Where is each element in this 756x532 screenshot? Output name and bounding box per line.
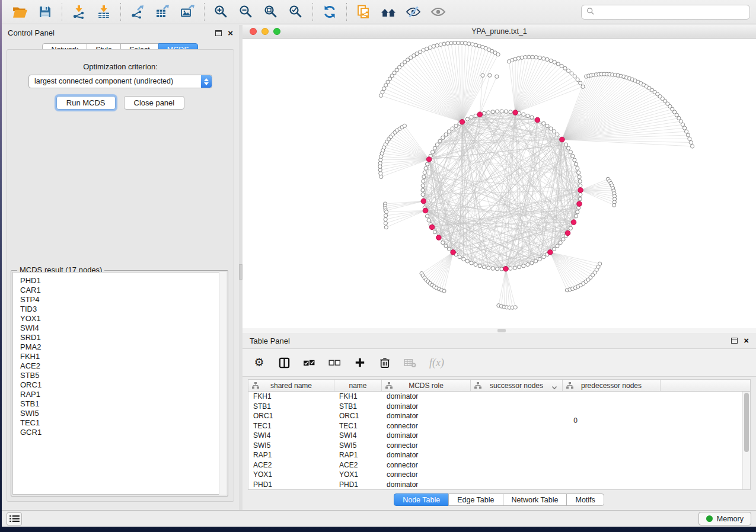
mcds-node-item[interactable]: RAP1 <box>20 390 226 399</box>
task-history-button[interactable] <box>7 512 22 525</box>
tab-network-table[interactable]: Network Table <box>503 493 567 506</box>
mcds-node-item[interactable]: STP4 <box>20 295 226 305</box>
scrollbar-thumb[interactable] <box>744 393 749 452</box>
tab-node-table[interactable]: Node Table <box>394 493 449 506</box>
mcds-node-item[interactable]: STB1 <box>20 399 226 409</box>
column-header-name[interactable]: name <box>334 380 382 391</box>
mcds-list-scrollbar[interactable] <box>219 272 227 495</box>
table-row[interactable]: FKH1FKH1dominator962 <box>248 392 742 402</box>
float-panel-icon[interactable] <box>731 338 738 344</box>
column-header-MCDS-role[interactable]: MCDS role <box>382 380 471 391</box>
close-panel-button[interactable]: Close panel <box>124 96 185 110</box>
refresh-icon[interactable] <box>321 3 339 21</box>
clone-network-icon[interactable] <box>355 3 372 21</box>
criterion-dropdown[interactable]: largest connected component (undirected) <box>28 75 212 88</box>
table-row[interactable]: STB1STB1dominator620 <box>248 402 742 412</box>
column-label: shared name <box>270 382 312 390</box>
export-network-icon[interactable] <box>129 3 146 21</box>
delete-column-icon[interactable] <box>379 357 391 368</box>
run-mcds-button[interactable]: Run MCDS <box>56 96 116 110</box>
column-header-successor-nodes[interactable]: successor nodes <box>471 380 563 391</box>
column-header-predecessor-nodes[interactable]: predecessor nodes <box>563 380 661 391</box>
mcds-node-item[interactable]: ACE2 <box>20 361 226 371</box>
mcds-node-item[interactable]: FKH1 <box>20 352 226 361</box>
cell-shared-name: YOX1 <box>248 470 334 479</box>
export-table-icon[interactable] <box>154 3 171 21</box>
show-columns-icon[interactable] <box>278 357 290 368</box>
mcds-node-item[interactable]: STB5 <box>20 371 226 380</box>
table-settings-icon[interactable]: ⚙ <box>253 357 265 368</box>
mcds-node-item[interactable]: SWI4 <box>20 323 226 333</box>
toolbar-separator <box>62 3 62 21</box>
mcds-node-item[interactable]: GCR1 <box>20 428 226 437</box>
mcds-node-item[interactable]: ORC1 <box>20 380 226 390</box>
first-neighbors-icon[interactable] <box>379 3 397 21</box>
mcds-node-item[interactable]: TID3 <box>20 305 226 314</box>
zoom-selected-icon[interactable] <box>287 3 305 21</box>
tab-motifs[interactable]: Motifs <box>566 493 604 506</box>
zoom-fit-icon[interactable] <box>262 3 280 21</box>
table-body: FKH1FKH1dominator962STB1STB1dominator620… <box>248 392 742 489</box>
mcds-result-list[interactable]: PHD1CAR1STP4TID3YOX1SWI4SRD1PMA2FKH1ACE2… <box>12 272 227 495</box>
select-all-icon[interactable] <box>303 358 315 367</box>
table-panel: Table Panel × ⚙f(x) shared namenameMCDS … <box>243 333 756 510</box>
network-window-titlebar[interactable]: YPA_prune.txt_1 <box>243 25 756 39</box>
close-panel-icon[interactable]: × <box>228 30 233 36</box>
cytoscape-window: Control Panel × NetworkStyleSelectMCDS O… <box>2 0 756 527</box>
mcds-node-item[interactable]: TEC1 <box>20 418 226 428</box>
function-builder-icon: f(x) <box>429 357 444 369</box>
search-input[interactable] <box>598 8 745 16</box>
table-row[interactable]: PHD1PHD1dominator180 <box>248 480 742 490</box>
mcds-node-item[interactable]: YOX1 <box>20 314 226 323</box>
column-header-shared-name[interactable]: shared name <box>248 380 334 391</box>
mcds-node-item[interactable]: SWI5 <box>20 409 226 418</box>
splitter-grip[interactable] <box>497 329 506 332</box>
optimization-criterion-label: Optimization criterion: <box>7 62 234 71</box>
memory-status-icon <box>706 515 713 522</box>
cell-name: PHD1 <box>334 480 382 489</box>
cell-MCDS-role: dominator <box>382 431 471 440</box>
deselect-all-icon[interactable] <box>328 359 341 367</box>
cell-name: YOX1 <box>334 470 382 479</box>
mcds-node-item[interactable]: CAR1 <box>20 286 226 295</box>
cell-shared-name: TEC1 <box>248 422 334 430</box>
cell-MCDS-role: connector <box>382 441 471 450</box>
float-panel-icon[interactable] <box>215 30 222 36</box>
add-column-icon[interactable] <box>354 357 366 368</box>
table-scrollbar[interactable] <box>742 392 750 489</box>
cell-predecessor-nodes: 0 <box>489 416 587 473</box>
column-label: name <box>349 382 366 390</box>
mcds-node-item[interactable]: PHD1 <box>20 276 226 286</box>
cell-shared-name: FKH1 <box>248 392 334 400</box>
cell-MCDS-role: dominator <box>382 392 471 400</box>
cell-name: SWI5 <box>334 441 382 450</box>
close-panel-icon[interactable]: × <box>744 338 749 344</box>
cell-MCDS-role: connector <box>382 422 471 430</box>
save-session-icon[interactable] <box>36 3 54 21</box>
mcds-node-item[interactable]: PMA2 <box>20 342 226 352</box>
column-label: successor nodes <box>490 382 543 390</box>
control-panel-header: Control Panel × <box>2 25 239 41</box>
cell-shared-name: SWI4 <box>248 431 334 440</box>
import-network-icon[interactable] <box>70 3 88 21</box>
show-all-icon[interactable] <box>429 3 447 21</box>
column-type-icon <box>385 382 393 390</box>
column-label: MCDS role <box>409 382 444 390</box>
open-session-icon[interactable] <box>11 3 29 21</box>
search-box[interactable] <box>581 5 750 20</box>
network-canvas[interactable] <box>243 39 756 328</box>
tab-edge-table[interactable]: Edge Table <box>448 493 503 506</box>
main-toolbar <box>2 0 756 24</box>
toolbar-separator <box>346 3 347 21</box>
cell-shared-name: ACE2 <box>248 461 334 469</box>
cell-name: ORC1 <box>334 412 382 420</box>
zoom-out-icon[interactable] <box>237 3 255 21</box>
zoom-in-icon[interactable] <box>212 3 230 21</box>
import-table-icon[interactable] <box>95 3 113 21</box>
horizontal-splitter[interactable] <box>243 328 756 333</box>
mcds-node-item[interactable]: SRD1 <box>20 333 226 342</box>
control-panel: Control Panel × NetworkStyleSelectMCDS O… <box>2 25 239 510</box>
export-image-icon[interactable] <box>178 3 196 21</box>
memory-button[interactable]: Memory <box>698 512 751 525</box>
hide-selected-icon[interactable] <box>404 3 422 21</box>
